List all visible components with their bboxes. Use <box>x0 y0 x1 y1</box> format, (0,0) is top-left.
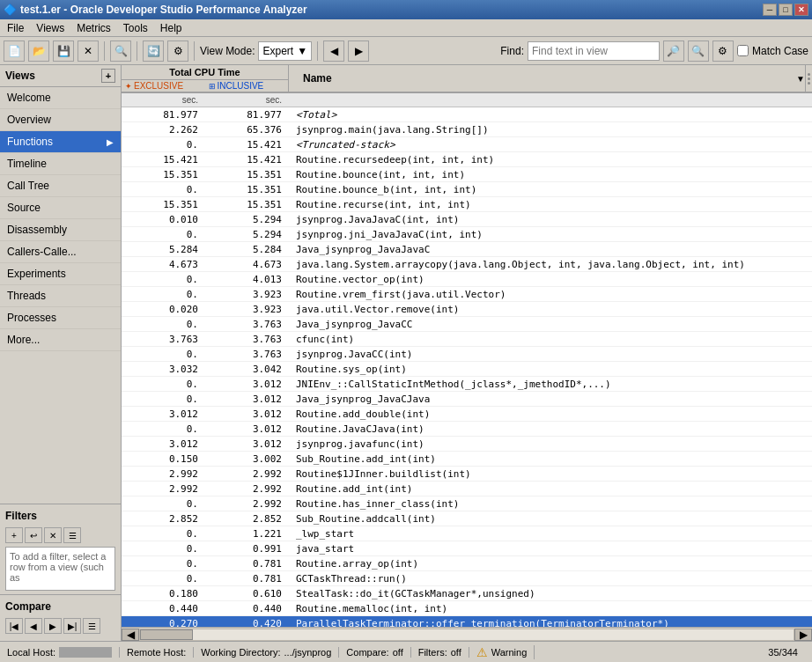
compare-btn-2[interactable]: ◀ <box>25 618 42 634</box>
table-row[interactable]: 2.9922.992Routine.add_int(int) <box>122 482 812 496</box>
back-button[interactable]: ◀ <box>323 40 344 62</box>
sidebar-item-functions[interactable]: Functions ▶ <box>0 131 121 153</box>
table-row[interactable]: 0.0105.294jsynprog.JavaJavaC(int, int) <box>122 212 812 227</box>
find-input[interactable] <box>528 41 660 61</box>
compare-btn-1[interactable]: |◀ <box>5 618 23 634</box>
sidebar-item-overview[interactable]: Overview <box>0 109 121 131</box>
filter-button[interactable]: 🔍 <box>110 40 131 62</box>
sidebar-item-threads[interactable]: Threads <box>0 285 121 307</box>
table-row[interactable]: 0.1503.002Sub_Routine.add_int(int) <box>122 452 812 467</box>
sidebar-item-welcome[interactable]: Welcome <box>0 87 121 109</box>
sidebar-item-callers-callees[interactable]: Callers-Calle... <box>0 241 121 263</box>
close-file-button[interactable]: ✕ <box>78 40 99 62</box>
filter-delete-button[interactable]: ✕ <box>44 527 62 543</box>
cell-inclusive: 15.351 <box>205 199 289 210</box>
table-row[interactable]: 3.0123.012Routine.add_double(int) <box>122 407 812 422</box>
scroll-right-button[interactable]: ▶ <box>794 629 812 641</box>
maximize-button[interactable]: □ <box>779 4 793 16</box>
filter-undo-button[interactable]: ↩ <box>25 527 42 543</box>
table-row[interactable]: 0.4400.440Routine.memalloc(int, int) <box>122 601 812 616</box>
column-grip[interactable] <box>805 65 812 92</box>
table-row[interactable]: 0.15.421<Truncated-stack> <box>122 137 812 152</box>
compare-header: Compare <box>5 599 115 614</box>
minimize-button[interactable]: ─ <box>763 4 777 16</box>
table-row[interactable]: 0.3.012Routine.JavaCJava(int) <box>122 422 812 437</box>
table-row[interactable]: 0.0.991java_start <box>122 541 812 556</box>
table-row[interactable]: 2.26265.376jsynprog.main(java.lang.Strin… <box>122 122 812 137</box>
table-row[interactable]: 5.2845.284Java_jsynprog_JavaJavaC <box>122 242 812 257</box>
sidebar-item-disassembly[interactable]: Disassembly <box>0 219 121 241</box>
table-row[interactable]: 81.97781.977<Total> <box>122 107 812 122</box>
new-button[interactable]: 📄 <box>4 40 25 62</box>
table-row[interactable]: 0.2.992Routine.has_inner_class(int) <box>122 496 812 511</box>
table-row[interactable]: 0.15.351Routine.bounce_b(int, int, int) <box>122 182 812 197</box>
menu-bar: File Views Metrics Tools Help <box>0 19 812 37</box>
cell-exclusive: 0. <box>122 394 205 405</box>
col-inclusive-header[interactable]: ⊞ INCLUSIVE <box>205 80 289 92</box>
table-row[interactable]: 0.0203.923java.util.Vector.remove(int) <box>122 302 812 317</box>
sidebar-item-experiments[interactable]: Experiments <box>0 263 121 285</box>
table-row[interactable]: 0.0.781Routine.array_op(int) <box>122 556 812 571</box>
filter-menu-button[interactable]: ☰ <box>63 527 81 543</box>
sidebar-item-label: More... <box>7 334 40 346</box>
close-button[interactable]: ✕ <box>794 4 808 16</box>
menu-metrics[interactable]: Metrics <box>71 20 116 36</box>
table-row[interactable]: 2.9922.992Routine$1JInner.buildlist(int) <box>122 467 812 482</box>
table-row[interactable]: 3.0123.012jsynprog.javafunc(int) <box>122 437 812 452</box>
table-row[interactable]: 15.35115.351Routine.bounce(int, int, int… <box>122 167 812 182</box>
table-row[interactable]: 0.4.013Routine.vector_op(int) <box>122 272 812 287</box>
table-row[interactable]: 0.0.781GCTaskThread::run() <box>122 571 812 586</box>
cell-inclusive: 3.012 <box>205 408 289 420</box>
open-button[interactable]: 📂 <box>28 40 49 62</box>
mode-dropdown[interactable]: Expert ▼ <box>258 41 312 61</box>
table-row[interactable]: 0.3.012Java_jsynprog_JavaCJava <box>122 392 812 407</box>
col-exclusive-header[interactable]: ✦ EXCLUSIVE <box>122 80 205 92</box>
menu-views[interactable]: Views <box>31 20 70 36</box>
compare-btn-3[interactable]: ▶ <box>44 618 62 634</box>
find-next-button[interactable]: 🔍 <box>688 40 709 62</box>
menu-help[interactable]: Help <box>155 20 188 36</box>
cell-name: Routine.sys_op(int) <box>289 364 812 375</box>
menu-file[interactable]: File <box>2 20 29 36</box>
table-row[interactable]: 15.42115.421Routine.recursedeep(int, int… <box>122 152 812 167</box>
find-prev-button[interactable]: 🔎 <box>663 40 684 62</box>
cell-exclusive: 15.421 <box>122 154 205 166</box>
table-row[interactable]: 0.3.923Routine.vrem_first(java.util.Vect… <box>122 287 812 302</box>
table-row[interactable]: 3.7633.763cfunc(int) <box>122 332 812 347</box>
match-case-checkbox[interactable] <box>737 45 749 56</box>
table-row[interactable]: 3.0323.042Routine.sys_op(int) <box>122 362 812 377</box>
table-row[interactable]: 0.3.763jsynprog.JavaCC(int) <box>122 347 812 362</box>
cell-name: Routine.add_double(int) <box>289 408 812 420</box>
table-row[interactable]: 15.35115.351Routine.recurse(int, int, in… <box>122 197 812 212</box>
table-row[interactable]: 2.8522.852Sub_Routine.addcall(int) <box>122 511 812 526</box>
sidebar-item-processes[interactable]: Processes <box>0 307 121 329</box>
table-row[interactable]: 0.1800.610StealTask::do_it(GCTaskManager… <box>122 586 812 601</box>
table-row[interactable]: 0.3.763Java_jsynprog_JavaCC <box>122 317 812 332</box>
table-row[interactable]: 0.1.221_lwp_start <box>122 526 812 541</box>
forward-button[interactable]: ▶ <box>348 40 369 62</box>
sidebar-item-call-tree[interactable]: Call Tree <box>0 175 121 197</box>
compare-btn-4[interactable]: ▶| <box>63 618 81 634</box>
sidebar-item-source[interactable]: Source <box>0 197 121 219</box>
sidebar-item-timeline[interactable]: Timeline <box>0 153 121 175</box>
sidebar-item-label: Source <box>7 202 41 214</box>
refresh-button[interactable]: 🔄 <box>143 40 164 62</box>
add-view-button[interactable]: + <box>101 69 115 83</box>
settings-button[interactable]: ⚙ <box>167 40 188 62</box>
save-button[interactable]: 💾 <box>53 40 74 62</box>
scroll-track[interactable] <box>139 629 794 641</box>
scroll-left-button[interactable]: ◀ <box>122 629 139 641</box>
status-row-count: 35/344 <box>768 647 805 658</box>
table-row[interactable]: 0.2700.420ParallelTaskTerminator::offer_… <box>122 616 812 627</box>
table-row[interactable]: 0.5.294jsynprog.jni_JavaJavaC(int, int) <box>122 227 812 242</box>
table-row[interactable]: 0.3.012JNIEnv_::CallStaticIntMethod(_jcl… <box>122 377 812 392</box>
filter-add-button[interactable]: + <box>5 527 23 543</box>
cell-exclusive: 0. <box>122 498 205 510</box>
menu-tools[interactable]: Tools <box>118 20 153 36</box>
compare-btn-5[interactable]: ☰ <box>83 618 100 634</box>
find-options-button[interactable]: ⚙ <box>712 40 734 62</box>
table-row[interactable]: 4.6734.673java.lang.System.arraycopy(jav… <box>122 257 812 272</box>
sidebar-item-more[interactable]: More... <box>0 329 121 351</box>
scroll-thumb[interactable] <box>140 629 193 640</box>
horizontal-scrollbar[interactable]: ◀ ▶ <box>122 627 812 641</box>
